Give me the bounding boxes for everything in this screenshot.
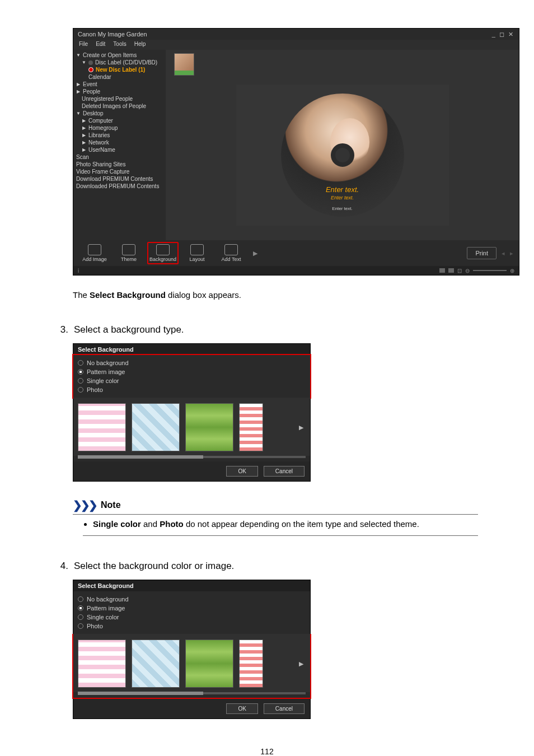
radio-photo[interactable]: Photo (78, 622, 306, 631)
view-icon-2[interactable] (448, 268, 454, 273)
note-body: Single color and Photo do not appear dep… (83, 519, 478, 536)
tree-event[interactable]: ▶Event (76, 81, 163, 88)
radio-single-color[interactable]: Single color (78, 376, 306, 385)
tree-desktop[interactable]: ▼Desktop (76, 110, 163, 117)
dialog-title: Select Background (73, 580, 310, 591)
tree-videoframe[interactable]: Video Frame Capture (76, 168, 163, 175)
pattern-thumb[interactable] (132, 403, 180, 451)
radio-single-color[interactable]: Single color (78, 613, 306, 622)
view-icon-1[interactable] (439, 268, 445, 273)
radio-icon (78, 387, 83, 393)
tree-libraries[interactable]: ▶Libraries (76, 132, 163, 139)
disc-preview: Enter text. Enter text. Enter text. (236, 85, 449, 226)
thumb-scrollbar[interactable] (78, 456, 306, 458)
tree-homegroup[interactable]: ▶Homegroup (76, 124, 163, 132)
zoom-in-icon[interactable]: ⊕ (510, 268, 514, 274)
tree-deleted[interactable]: Deleted Images of People (76, 102, 163, 110)
nav-next-icon[interactable]: ▸ (510, 250, 513, 257)
radio-icon (78, 378, 83, 384)
zoom-fit-icon[interactable]: ⊡ (457, 268, 462, 274)
ok-button[interactable]: OK (226, 703, 257, 714)
pattern-thumb[interactable] (239, 640, 263, 688)
disc[interactable]: Enter text. Enter text. Enter text. (281, 94, 404, 217)
tree-dlpremium[interactable]: Download PREMIUM Contents (76, 175, 163, 183)
toolbar-more-icon[interactable]: ▶ (253, 250, 257, 257)
radio-group: No background Pattern image Single color… (73, 591, 310, 635)
app-window: Canon My Image Garden _ ◻ ✕ File Edit To… (73, 28, 519, 276)
edit-canvas: Enter text. Enter text. Enter text. (166, 50, 519, 240)
dialog-buttons: OK Cancel (73, 461, 310, 481)
image-thumbnail[interactable] (174, 53, 194, 76)
tree-dledpremium[interactable]: Downloaded PREMIUM Contents (76, 183, 163, 190)
dialog-buttons: OK Cancel (73, 699, 310, 718)
pattern-thumb[interactable] (132, 640, 180, 688)
step-3: 3. Select a background type. (56, 324, 478, 335)
cancel-button[interactable]: Cancel (264, 703, 305, 714)
radio-no-background[interactable]: No background (78, 358, 306, 367)
titlebar: Canon My Image Garden _ ◻ ✕ (73, 29, 519, 40)
radio-icon (78, 596, 83, 602)
menu-edit[interactable]: Edit (96, 41, 105, 49)
zoom-controls[interactable]: ⊡ ⊖ ⊕ (439, 268, 514, 274)
pattern-thumb[interactable] (78, 640, 126, 688)
tree-network[interactable]: ▶Network (76, 139, 163, 146)
radio-icon (78, 614, 83, 620)
pattern-thumb[interactable] (185, 640, 233, 688)
tree-newdisc[interactable]: New Disc Label (1) (76, 66, 163, 73)
app-title: Canon My Image Garden (78, 31, 147, 38)
radio-icon (78, 605, 83, 611)
tree-scan[interactable]: Scan (76, 153, 163, 161)
window-controls[interactable]: _ ◻ ✕ (492, 31, 514, 38)
radio-pattern-image[interactable]: Pattern image (78, 367, 306, 376)
select-background-dialog-1: Select Background No background Pattern … (73, 343, 311, 482)
thumb-scrollbar[interactable] (78, 692, 306, 694)
tree-calendar[interactable]: Calendar (76, 73, 163, 81)
step-4-number: 4. (56, 561, 68, 572)
tree-username[interactable]: ▶UserName (76, 146, 163, 153)
radio-photo[interactable]: Photo (78, 385, 306, 394)
add-image-button[interactable]: Add Image (79, 244, 110, 262)
pattern-thumbnails: ▶ (73, 398, 310, 456)
tree-create[interactable]: ▼Create or Open Items (76, 52, 163, 59)
tree-computer[interactable]: ▶Computer (76, 117, 163, 124)
tree-people[interactable]: ▶People (76, 88, 163, 95)
radio-pattern-image[interactable]: Pattern image (78, 604, 306, 613)
pattern-thumb[interactable] (78, 403, 126, 451)
radio-group: No background Pattern image Single color… (73, 355, 310, 399)
thumbs-next-icon[interactable]: ▶ (297, 655, 306, 672)
radio-no-background[interactable]: No background (78, 595, 306, 604)
print-button[interactable]: Print (467, 247, 496, 259)
theme-button[interactable]: Theme (113, 244, 144, 262)
paragraph-select-bg: The Select Background dialog box appears… (73, 290, 478, 300)
add-text-button[interactable]: Add Text (216, 244, 247, 262)
tree-unreg[interactable]: Unregistered People (76, 95, 163, 102)
zoom-slider[interactable] (473, 270, 507, 271)
pattern-thumb[interactable] (185, 403, 233, 451)
background-button[interactable]: Background (147, 242, 179, 264)
note-heading: ❯❯❯ Note (73, 498, 478, 515)
tree-sharing[interactable]: Photo Sharing Sites (76, 161, 163, 168)
disc-text-3[interactable]: Enter text. (332, 206, 352, 211)
cancel-button[interactable]: Cancel (264, 466, 305, 477)
tree-disclabel[interactable]: ▼Disc Label (CD/DVD/BD) (76, 59, 163, 66)
thumbs-next-icon[interactable]: ▶ (297, 419, 306, 436)
background-icon (156, 244, 170, 255)
nav-prev-icon[interactable]: ◂ (502, 250, 505, 257)
menu-tools[interactable]: Tools (113, 41, 126, 49)
pattern-thumb[interactable] (239, 403, 263, 451)
page-number: 112 (0, 747, 534, 756)
zoom-out-icon[interactable]: ⊖ (465, 268, 470, 274)
menu-file[interactable]: File (79, 41, 88, 49)
select-background-dialog-2: Select Background No background Pattern … (73, 580, 311, 719)
theme-icon (122, 244, 135, 255)
layout-button[interactable]: Layout (181, 244, 213, 262)
dialog-title: Select Background (73, 344, 310, 355)
layout-icon (190, 244, 204, 255)
step-3-text: Select a background type. (74, 324, 478, 335)
disc-text-1[interactable]: Enter text. (326, 185, 359, 194)
menu-help[interactable]: Help (134, 41, 146, 49)
ok-button[interactable]: OK (226, 466, 257, 477)
disc-text-2[interactable]: Enter text. (331, 195, 354, 200)
sidebar-tree: ▼Create or Open Items ▼Disc Label (CD/DV… (73, 50, 166, 240)
radio-icon (78, 369, 83, 375)
